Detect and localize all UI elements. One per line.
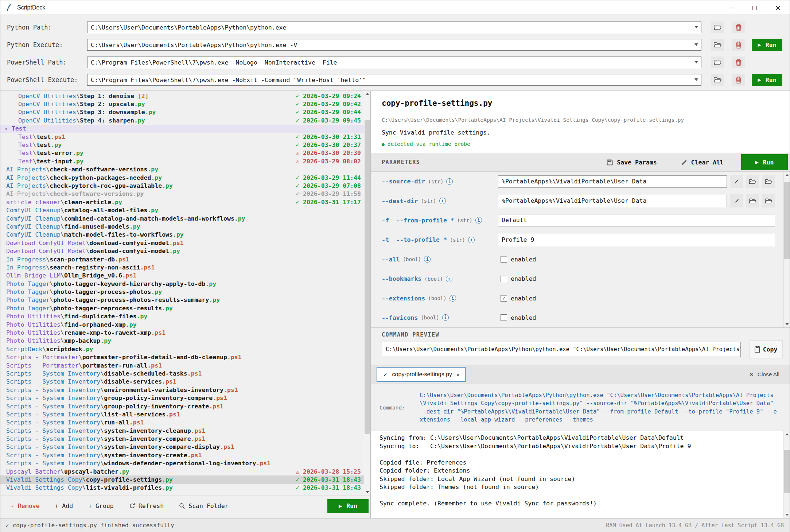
script-row[interactable]: Photo Utilities\find-orphaned-xmp.py xyxy=(0,321,364,329)
script-row[interactable]: OpenCV Utilities\Step 2: upscale.py✓ 202… xyxy=(0,100,364,108)
script-row[interactable]: In Progress\search-registry-non-ascii.ps… xyxy=(0,263,364,271)
chevron-down-icon[interactable] xyxy=(694,43,699,46)
trash-button[interactable] xyxy=(732,57,745,68)
scroll-up-arrow[interactable] xyxy=(784,431,790,438)
browse-folder-button[interactable] xyxy=(711,57,724,68)
param-checkbox[interactable] xyxy=(501,314,507,321)
script-row[interactable]: Test\test-error.py⚠ 2026-03-30 20:39 xyxy=(0,149,364,157)
run-params-button[interactable]: ▶ Run xyxy=(741,154,788,170)
script-row[interactable]: Download ComfyUI Model\download-comfyui-… xyxy=(0,239,364,247)
script-row[interactable]: Scripts - Portmaster\portmaster-run-all.… xyxy=(0,361,364,369)
scroll-thumb[interactable] xyxy=(784,450,790,493)
script-row[interactable]: ComfyUI Cleanup\catalog-all-model-files.… xyxy=(0,206,364,214)
trash-button[interactable] xyxy=(732,74,745,86)
script-row[interactable]: Scripts - System Inventory\system-invent… xyxy=(0,435,364,443)
script-row[interactable]: Ollm-Bridge-LLM\Ollm_Bridge_v0.6.ps1 xyxy=(0,272,364,280)
param-input[interactable]: %PortableApps%\VivaldiPortable\User Data xyxy=(498,195,727,207)
script-row[interactable]: Photo Utilities\find-duplicate-files.py xyxy=(0,312,364,321)
run-script-button[interactable]: ▶ Run xyxy=(327,499,369,513)
script-row[interactable]: OpenCV Utilities\Step 4: sharpen.py✓ 202… xyxy=(0,116,364,124)
script-row[interactable]: Scripts - System Inventory\group-policy-… xyxy=(0,394,364,402)
script-row[interactable]: Download ComfyUI Model\download-comfyui-… xyxy=(0,247,364,255)
script-row[interactable]: Upscayl Batcher\upscayl-batcher.py⚠ 2026… xyxy=(0,467,364,475)
add-script-button[interactable]: + Add xyxy=(55,502,73,509)
script-row[interactable]: Photo Tagger\photo-tagger-keyword-hierar… xyxy=(0,280,364,288)
tab-close-icon[interactable]: × xyxy=(456,372,460,378)
script-row[interactable]: Photo Utilities\xmp-backup.py xyxy=(0,337,364,345)
expand-icon[interactable]: ▸ xyxy=(5,126,8,131)
script-group-row[interactable]: ▸Test xyxy=(0,125,364,133)
script-row[interactable]: Scripts - System Inventory\disable-servi… xyxy=(0,378,364,386)
open-folder-button[interactable] xyxy=(762,175,775,188)
script-row[interactable]: AI Projects\check-software-versions.py✓ … xyxy=(0,190,364,198)
run-powershell-execute-button[interactable]: ▶ Run xyxy=(752,74,782,86)
info-icon[interactable]: i xyxy=(424,256,431,263)
info-icon[interactable]: i xyxy=(475,217,482,224)
script-row[interactable]: AI Projects\check-pytorch-roc-gpu-availa… xyxy=(0,182,364,190)
close-all-button[interactable]: ✕ Close All xyxy=(749,371,779,378)
script-row[interactable]: Photo Tagger\photo-tagger-process-photos… xyxy=(0,288,364,296)
python-path-combobox[interactable]: C:\Users\User\Documents\PortableApps\Pyt… xyxy=(87,22,701,33)
chevron-down-icon[interactable] xyxy=(694,26,699,29)
scroll-up-arrow[interactable] xyxy=(784,172,790,178)
script-row[interactable]: Scripts - System Inventory\environmental… xyxy=(0,386,364,394)
info-icon[interactable]: i xyxy=(446,178,453,185)
chevron-down-icon[interactable] xyxy=(694,78,699,81)
script-row[interactable]: Test\test-input.py⚠ 2026-03-29 08:02 xyxy=(0,157,364,165)
remove-script-button[interactable]: - Remove xyxy=(11,502,39,509)
command-preview-input[interactable]: C:\Users\User\Documents\PortableApps\Pyt… xyxy=(382,342,741,357)
browse-folder-button[interactable] xyxy=(711,74,724,86)
add-group-button[interactable]: + Group xyxy=(88,502,114,509)
open-folder-button[interactable] xyxy=(762,194,775,207)
scroll-down-arrow[interactable] xyxy=(784,321,790,327)
script-row[interactable]: ComfyUI Cleanup\match-model-files-to-wor… xyxy=(0,231,364,239)
script-row[interactable]: Scripts - System Inventory\run-all.ps1 xyxy=(0,419,364,427)
script-row[interactable]: Scripts - System Inventory\group-policy-… xyxy=(0,402,364,410)
powershell-path-combobox[interactable]: C:\Program Files\PowerShell\7\pwsh.exe -… xyxy=(87,57,701,68)
scroll-down-arrow[interactable] xyxy=(364,489,370,496)
scan-folder-button[interactable]: Scan Folder xyxy=(179,502,228,509)
param-input[interactable]: Profile 9 xyxy=(498,234,775,246)
tab-copy-profile-settings[interactable]: ✓ copy-profile-settings.py × xyxy=(377,367,466,382)
refresh-button[interactable]: Refresh xyxy=(129,502,164,509)
script-row[interactable]: Scripts - Portmaster\portmaster-profile-… xyxy=(0,353,364,361)
script-row[interactable]: ComfyUI Cleanup\combined-catalog-and-mat… xyxy=(0,214,364,222)
param-input[interactable]: %PortableApps%\VivaldiPortable\User Data xyxy=(498,175,727,188)
script-row[interactable]: OpenCV Utilities\Step 3: downsample.py✓ … xyxy=(0,108,364,116)
copy-command-button[interactable]: Copy xyxy=(749,340,783,358)
clear-all-button[interactable]: Clear All xyxy=(681,159,724,166)
browse-folder-button[interactable] xyxy=(711,39,724,51)
script-row[interactable]: Vivaldi Settings Copy\list-vivaldi-profi… xyxy=(0,484,364,492)
minimize-button[interactable]: — xyxy=(720,0,743,15)
script-row[interactable]: Scripts - System Inventory\system-invent… xyxy=(0,443,364,451)
save-params-button[interactable]: Save Params xyxy=(607,159,657,166)
maximize-button[interactable]: □ xyxy=(743,0,766,15)
info-icon[interactable]: i xyxy=(446,276,452,282)
scroll-thumb[interactable] xyxy=(784,182,790,259)
script-row[interactable]: AI Projects\check-amd-software-versions.… xyxy=(0,166,364,174)
trash-button[interactable] xyxy=(732,39,745,51)
param-input[interactable]: Default xyxy=(498,214,775,226)
run-python-execute-button[interactable]: ▶ Run xyxy=(752,39,782,51)
script-row[interactable]: Scripts - System Inventory\system-invent… xyxy=(0,451,364,459)
browse-folder-button[interactable] xyxy=(711,22,724,33)
chevron-down-icon[interactable] xyxy=(694,61,699,64)
script-row[interactable]: Photo Tagger\photo-tagger-process-photos… xyxy=(0,296,364,304)
script-row[interactable]: Vivaldi Settings Copy\copy-profile-setti… xyxy=(0,475,364,484)
script-row[interactable]: article cleaner\clean-article.py✓ 2026-0… xyxy=(0,198,364,206)
info-icon[interactable]: i xyxy=(442,314,449,321)
edit-param-button[interactable] xyxy=(730,175,743,188)
param-checkbox[interactable] xyxy=(501,256,507,263)
powershell-execute-combobox[interactable]: C:\Program Files\PowerShell\7\pwsh.exe -… xyxy=(87,74,701,86)
script-row[interactable]: Scripts - System Inventory\disable-sched… xyxy=(0,369,364,377)
script-row[interactable]: In Progress\scan-portmaster-db.ps1 xyxy=(0,255,364,263)
scroll-thumb[interactable] xyxy=(365,120,370,434)
script-row[interactable]: OpenCV Utilities\Step 1: denoise [2]✓ 20… xyxy=(0,92,364,100)
edit-param-button[interactable] xyxy=(730,194,743,207)
script-row[interactable]: Test\test.py✓ 2026-03-30 20:37 xyxy=(0,141,364,149)
python-execute-combobox[interactable]: C:\Users\User\Documents\PortableApps\Pyt… xyxy=(87,39,701,51)
script-row[interactable]: AI Projects\check-python-packages-needed… xyxy=(0,174,364,182)
trash-button[interactable] xyxy=(732,22,745,33)
scroll-down-arrow[interactable] xyxy=(784,512,790,518)
script-row[interactable]: Test\test.ps1✓ 2026-03-30 21:31 xyxy=(0,133,364,141)
